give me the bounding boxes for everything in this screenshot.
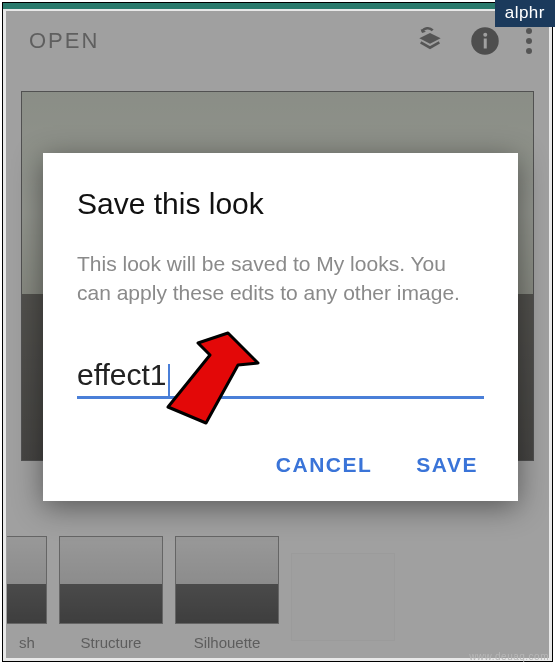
save-look-dialog: Save this look This look will be saved t… [43,153,518,501]
look-name-input[interactable]: effect1 [77,358,484,399]
cancel-button[interactable]: CANCEL [276,453,373,477]
input-text: effect1 [77,358,167,391]
app-frame: OPEN [2,2,553,662]
watermark: www.deuaq.com [469,651,549,662]
dialog-body: This look will be saved to My looks. You… [77,249,484,308]
source-badge: alphr [495,0,555,27]
dialog-actions: CANCEL SAVE [77,453,484,477]
dialog-title: Save this look [77,187,484,221]
save-button[interactable]: SAVE [416,453,478,477]
text-cursor [168,364,170,396]
